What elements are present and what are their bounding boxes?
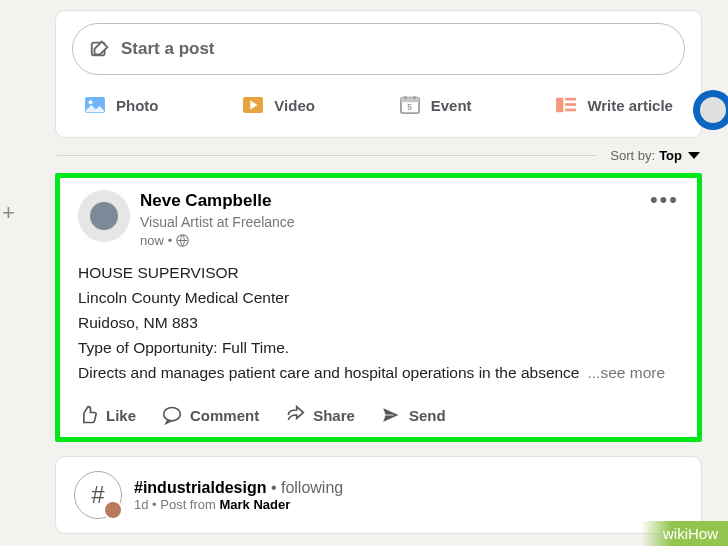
divider bbox=[57, 155, 596, 156]
compose-icon bbox=[89, 38, 111, 60]
feed-post-highlighted: Neve Campbelle Visual Artist at Freelanc… bbox=[55, 173, 702, 442]
svg-point-14 bbox=[164, 408, 181, 421]
start-post-button[interactable]: Start a post bbox=[72, 23, 685, 75]
like-button[interactable]: Like bbox=[78, 405, 136, 425]
svg-text:5: 5 bbox=[407, 103, 412, 112]
video-label: Video bbox=[274, 97, 315, 114]
author-title: Visual Artist at Freelance bbox=[140, 213, 640, 232]
article-button[interactable]: Write article bbox=[547, 85, 681, 125]
mini-avatar bbox=[103, 500, 123, 520]
post-from: 1d • Post from Mark Nader bbox=[134, 497, 343, 512]
post-line: Directs and manages patient care and hos… bbox=[78, 361, 580, 386]
feed-container: Start a post Photo Video 5 Event bbox=[0, 10, 728, 534]
hash-icon: # bbox=[91, 481, 104, 509]
send-label: Send bbox=[409, 407, 446, 424]
svg-rect-11 bbox=[565, 103, 576, 106]
event-label: Event bbox=[431, 97, 472, 114]
post-from-author[interactable]: Mark Nader bbox=[219, 497, 290, 512]
sidebar-add-icon[interactable]: + bbox=[2, 200, 15, 226]
svg-rect-10 bbox=[565, 98, 576, 101]
sort-row: Sort by: Top bbox=[55, 138, 702, 173]
send-button[interactable]: Send bbox=[381, 405, 446, 425]
like-icon bbox=[78, 405, 98, 425]
share-label: Share bbox=[313, 407, 355, 424]
profile-bubble[interactable] bbox=[693, 90, 728, 130]
post-line: Type of Opportunity: Full Time. bbox=[78, 336, 679, 361]
hashtag-avatar[interactable]: # bbox=[74, 471, 122, 519]
svg-rect-7 bbox=[404, 96, 406, 100]
event-button[interactable]: 5 Event bbox=[391, 85, 480, 125]
svg-rect-5 bbox=[401, 98, 419, 103]
svg-rect-8 bbox=[413, 96, 415, 100]
see-more-button[interactable]: ...see more bbox=[588, 361, 666, 386]
svg-point-2 bbox=[89, 100, 93, 104]
photo-label: Photo bbox=[116, 97, 159, 114]
watermark: wikiHow bbox=[641, 521, 728, 546]
svg-rect-9 bbox=[556, 98, 563, 112]
event-icon: 5 bbox=[399, 95, 421, 115]
start-post-label: Start a post bbox=[121, 39, 215, 59]
post-body: HOUSE SUPERVISOR Lincoln County Medical … bbox=[78, 261, 679, 385]
share-button[interactable]: Share bbox=[285, 405, 355, 425]
post-time: now • bbox=[140, 232, 640, 250]
post-line: HOUSE SUPERVISOR bbox=[78, 261, 679, 286]
start-post-card: Start a post Photo Video 5 Event bbox=[55, 10, 702, 138]
share-icon bbox=[285, 405, 305, 425]
photo-button[interactable]: Photo bbox=[76, 85, 167, 125]
sort-label: Sort by: bbox=[610, 148, 655, 163]
sort-value[interactable]: Top bbox=[659, 148, 682, 163]
globe-icon bbox=[176, 234, 189, 247]
post-line: Ruidoso, NM 883 bbox=[78, 311, 679, 336]
post-line: Lincoln County Medical Center bbox=[78, 286, 679, 311]
post-menu-button[interactable]: ••• bbox=[650, 190, 679, 205]
photo-icon bbox=[84, 95, 106, 115]
following-label: • following bbox=[266, 479, 343, 496]
like-label: Like bbox=[106, 407, 136, 424]
send-icon bbox=[381, 405, 401, 425]
comment-button[interactable]: Comment bbox=[162, 405, 259, 425]
svg-rect-12 bbox=[565, 109, 576, 112]
comment-label: Comment bbox=[190, 407, 259, 424]
hashtag-name[interactable]: #industrialdesign bbox=[134, 479, 266, 496]
feed-post: # #industrialdesign • following 1d • Pos… bbox=[55, 456, 702, 534]
author-name[interactable]: Neve Campbelle bbox=[140, 190, 640, 213]
post-type-row: Photo Video 5 Event Write article bbox=[72, 75, 685, 129]
avatar[interactable] bbox=[78, 190, 130, 242]
article-label: Write article bbox=[587, 97, 673, 114]
video-button[interactable]: Video bbox=[234, 85, 323, 125]
video-icon bbox=[242, 95, 264, 115]
article-icon bbox=[555, 95, 577, 115]
chevron-down-icon[interactable] bbox=[688, 152, 700, 159]
post-header: Neve Campbelle Visual Artist at Freelanc… bbox=[78, 190, 679, 249]
social-actions: Like Comment Share Send bbox=[78, 395, 679, 425]
comment-icon bbox=[162, 405, 182, 425]
